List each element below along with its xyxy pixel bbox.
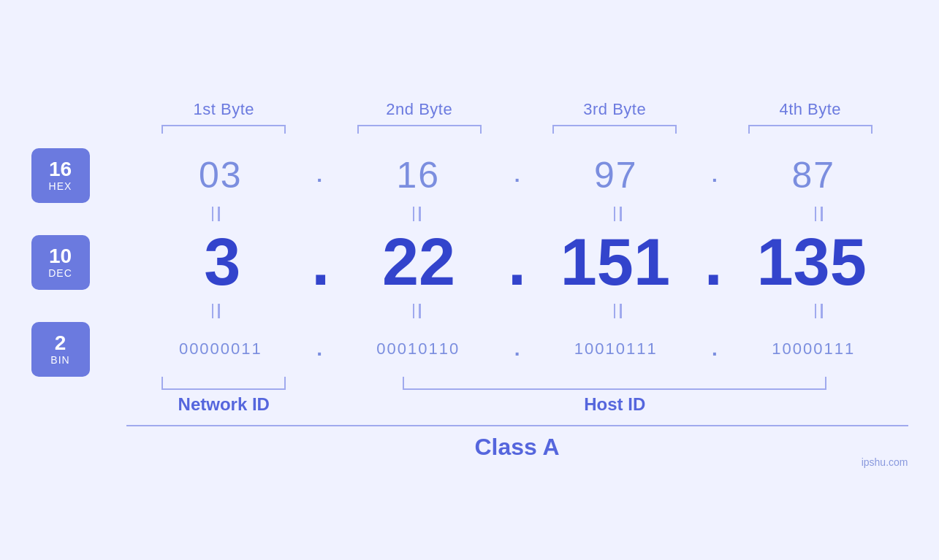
hex-val-1: 03	[126, 154, 316, 196]
sep-1-3	[528, 207, 707, 221]
hex-base-label: HEX	[49, 180, 72, 192]
dec-base-num: 10	[49, 245, 72, 268]
dec-row: 10 DEC 3 . 22 . 151 . 135	[31, 225, 908, 300]
bin-val-2: 00010110	[324, 340, 513, 358]
bottom-labels-row: Network ID Host ID	[126, 394, 908, 415]
dot-bin-2: .	[514, 337, 520, 361]
hex-val-3: 97	[521, 154, 710, 196]
sep-1-1	[126, 207, 305, 221]
byte-label-2: 2nd Byte	[322, 100, 517, 119]
bin-val-4: 10000111	[719, 340, 908, 358]
byte-label-3: 3rd Byte	[517, 100, 713, 119]
bottom-brackets	[126, 377, 908, 390]
top-brackets-row	[126, 125, 908, 134]
bin-badge-col: 2 BIN	[31, 322, 126, 377]
dot-bin-3: .	[712, 337, 718, 361]
bin-badge: 2 BIN	[31, 322, 90, 377]
network-bracket	[161, 377, 286, 390]
host-label-wrap: Host ID	[322, 394, 908, 415]
hex-row: 16 HEX 03 . 16 . 97 . 87	[31, 148, 908, 203]
dec-base-label: DEC	[48, 267, 72, 279]
byte-label-1: 1st Byte	[126, 100, 322, 119]
byte-labels-row: 1st Byte 2nd Byte 3rd Byte 4th Byte	[126, 100, 908, 119]
dec-badge-col: 10 DEC	[31, 235, 126, 290]
hex-badge-col: 16 HEX	[31, 148, 126, 203]
dot-hex-3: .	[712, 164, 718, 187]
dec-val-3: 151	[519, 225, 712, 300]
host-bracket-wrap	[322, 377, 908, 390]
bin-values: 00000011 . 00010110 . 10010111 . 1000011…	[126, 337, 908, 361]
bracket-top-2	[322, 125, 517, 134]
network-label-wrap: Network ID	[126, 394, 322, 415]
sep-row-1	[126, 203, 908, 225]
hex-values: 03 . 16 . 97 . 87	[126, 154, 908, 196]
sep-1-2	[327, 207, 506, 221]
network-bracket-wrap	[126, 377, 322, 390]
bin-base-label: BIN	[50, 354, 69, 366]
bracket-top-4	[712, 125, 908, 134]
dec-val-4: 135	[715, 225, 908, 300]
dec-val-1: 3	[126, 225, 319, 300]
sep-2-2	[327, 304, 506, 318]
main-container: 1st Byte 2nd Byte 3rd Byte 4th Byte 16 H…	[31, 85, 908, 475]
sep-row-2	[126, 300, 908, 322]
bin-val-3: 10010111	[521, 340, 710, 358]
hex-val-4: 87	[719, 154, 908, 196]
sep-2-4	[729, 304, 908, 318]
sep-2-1	[126, 304, 305, 318]
dec-badge: 10 DEC	[31, 235, 90, 290]
dec-values: 3 . 22 . 151 . 135	[126, 225, 908, 300]
host-id-label: Host ID	[584, 394, 645, 414]
dot-hex-1: .	[316, 164, 322, 187]
hex-val-2: 16	[324, 154, 513, 196]
dot-hex-2: .	[514, 164, 520, 187]
bin-base-num: 2	[55, 332, 66, 355]
class-row: Class A	[126, 425, 908, 461]
network-id-label: Network ID	[178, 394, 270, 414]
dot-bin-1: .	[316, 337, 322, 361]
hex-badge: 16 HEX	[31, 148, 90, 203]
bin-val-1: 00000011	[126, 340, 316, 358]
bottom-section: Network ID Host ID	[126, 377, 908, 415]
dec-val-2: 22	[322, 225, 515, 300]
bracket-top-1	[126, 125, 322, 134]
watermark: ipshu.com	[862, 456, 908, 468]
class-label: Class A	[474, 434, 559, 460]
sep-1-4	[729, 207, 908, 221]
bracket-top-3	[517, 125, 713, 134]
bin-row: 2 BIN 00000011 . 00010110 . 10010111 . 1…	[31, 322, 908, 377]
hex-base-num: 16	[49, 158, 72, 181]
byte-label-4: 4th Byte	[712, 100, 908, 119]
sep-2-3	[528, 304, 707, 318]
host-bracket	[403, 377, 826, 390]
